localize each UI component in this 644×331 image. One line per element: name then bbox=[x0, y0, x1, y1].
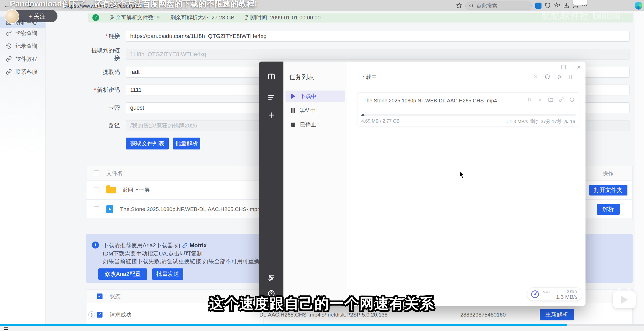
window-minimize-button[interactable]: ─ bbox=[545, 65, 549, 70]
nav-waiting[interactable]: 等待中 bbox=[286, 105, 345, 116]
sidebar-item-software-tutorial[interactable]: 软件教程 bbox=[0, 53, 46, 65]
nav-downloading[interactable]: 下载中 bbox=[286, 91, 345, 102]
browser-logo-icon[interactable] bbox=[635, 2, 642, 10]
delete-task-icon[interactable] bbox=[538, 97, 543, 102]
copy-link-icon[interactable] bbox=[559, 97, 564, 102]
mouse-cursor bbox=[459, 171, 465, 179]
hamburger-icon[interactable]: ☰ bbox=[4, 327, 10, 331]
task-progress-text: 4.69 MB / 2.77 GB bbox=[361, 118, 400, 125]
nav-label: 等待中 bbox=[299, 107, 316, 114]
link-input[interactable] bbox=[126, 31, 630, 42]
motrix-link[interactable]: Motrix bbox=[189, 242, 207, 249]
upload-speed: 0 KB/s bbox=[567, 289, 577, 294]
row-checkbox[interactable] bbox=[94, 187, 99, 193]
add-task-icon[interactable] bbox=[259, 111, 283, 119]
bottom-strip: ☰ bbox=[0, 326, 644, 331]
open-folder-icon[interactable] bbox=[548, 97, 553, 102]
pause-task-icon[interactable] bbox=[527, 97, 532, 102]
task-info-icon[interactable] bbox=[569, 97, 574, 102]
history-icon bbox=[6, 43, 12, 49]
sidebar-item-label: 记录查询 bbox=[16, 42, 37, 50]
task-list-icon[interactable] bbox=[259, 93, 283, 101]
screen: ← ⟳ ⌑ https://www.innibd.site/user/parse… bbox=[0, 0, 644, 331]
field-label: 卡密 bbox=[86, 104, 120, 112]
panel-title: 下载中 bbox=[361, 73, 377, 81]
sidebar: 解析中心 卡密查询 记录查询 软件教程 联系客服 bbox=[0, 11, 46, 331]
video-subtitle: 这个速度跟自己的一个网速有关系 bbox=[0, 294, 644, 313]
sidebar-item-card-query[interactable]: 卡密查询 bbox=[0, 27, 46, 39]
nav-label: 已停止 bbox=[300, 121, 316, 128]
success-check-icon: ✓ bbox=[92, 14, 99, 21]
video-title-overlay: Pandownload倒下了，还有这个方法百度网盘的下载的不限速的教程! bbox=[10, 0, 257, 9]
sidebar-item-contact-support[interactable]: 联系客服 bbox=[0, 66, 46, 78]
get-file-list-button[interactable]: 获取文件列表 bbox=[126, 138, 169, 149]
delete-task-icon[interactable] bbox=[533, 74, 538, 80]
window-maximize-button[interactable]: ❐ bbox=[561, 65, 566, 70]
downloads-icon[interactable] bbox=[563, 2, 569, 9]
video-progress-fill bbox=[0, 324, 567, 326]
field-label: 提取到的链接 bbox=[86, 47, 120, 62]
download-task-card[interactable]: The.Stone.2025.1080p.NF.WEB-DL.AAC.H265.… bbox=[357, 92, 579, 126]
task-progress-fill bbox=[361, 114, 364, 116]
favorite-star-icon[interactable] bbox=[456, 2, 462, 9]
task-speed: ↓ 1.3 MB/s bbox=[506, 119, 528, 124]
play-icon bbox=[291, 94, 295, 99]
search-input[interactable] bbox=[477, 3, 521, 9]
motrix-task-nav: 任务列表 下载中 等待中 已停止 bbox=[283, 62, 347, 306]
uploader-watermark: 忆忆软件社 bilibili bbox=[542, 9, 620, 22]
motrix-rail bbox=[259, 62, 283, 306]
bilibili-logo: bilibili bbox=[592, 10, 620, 22]
parse-button[interactable]: 解析 bbox=[597, 204, 620, 215]
shield-icon[interactable] bbox=[545, 2, 551, 9]
uploader-overlay: + 关注 bbox=[5, 9, 62, 25]
pause-all-icon[interactable] bbox=[568, 74, 574, 80]
tip-line1: 下载请推荐使用Aria2下载器,如 bbox=[103, 242, 180, 249]
required-mark: * bbox=[94, 87, 96, 93]
nav-stopped[interactable]: 已停止 bbox=[286, 119, 345, 130]
extracted-link-input bbox=[126, 49, 630, 60]
favorites-list-icon[interactable] bbox=[554, 2, 560, 9]
quota-files: 剩余可解析文件数: 9 bbox=[110, 14, 159, 21]
sidebar-item-label: 软件教程 bbox=[16, 55, 37, 63]
key-icon bbox=[6, 30, 12, 36]
motrix-window: 任务列表 下载中 等待中 已停止 ─ ❐ ✕ 下载中 The.Stone.202… bbox=[259, 62, 586, 306]
refresh-icon[interactable] bbox=[545, 74, 550, 80]
window-close-button[interactable]: ✕ bbox=[577, 65, 581, 70]
folder-icon bbox=[106, 187, 116, 193]
resume-all-icon[interactable] bbox=[557, 74, 562, 80]
info-icon: i bbox=[92, 242, 99, 249]
extension-icon[interactable] bbox=[535, 3, 541, 9]
stop-icon bbox=[291, 123, 295, 127]
task-filename: The.Stone.2025.1080p.NF.WEB-DL.AAC.H265.… bbox=[363, 98, 497, 104]
batch-send-button[interactable]: 批量发送 bbox=[152, 268, 183, 280]
nav-label: 下载中 bbox=[300, 93, 316, 100]
video-file-icon bbox=[106, 205, 113, 213]
open-folder-button[interactable]: 打开文件夹 bbox=[589, 185, 627, 195]
task-peers: 16 bbox=[570, 119, 575, 124]
preferences-icon[interactable] bbox=[259, 274, 283, 281]
sidebar-item-record-query[interactable]: 记录查询 bbox=[0, 40, 46, 52]
search-icon bbox=[469, 3, 474, 8]
field-label: *解析密码 bbox=[86, 86, 120, 94]
file-name[interactable]: The.Stone.2025.1080p.NF.WEB-DL.AAC.H265.… bbox=[120, 206, 260, 212]
sidebar-item-label: 联系客服 bbox=[16, 68, 37, 76]
column-header-action: 操作 bbox=[584, 166, 632, 180]
back-icon[interactable]: ← bbox=[4, 2, 10, 8]
follow-label: + 关注 bbox=[28, 12, 46, 20]
video-progress-track[interactable] bbox=[0, 324, 644, 326]
file-name[interactable]: 返回上一层 bbox=[122, 186, 150, 194]
modify-aria2-button[interactable]: 修改Aria2配置 bbox=[98, 268, 147, 280]
scrollbar-track[interactable] bbox=[635, 11, 644, 331]
task-progress-bar bbox=[361, 114, 576, 116]
field-label: 路径 bbox=[86, 122, 120, 130]
uploader-avatar[interactable] bbox=[5, 9, 19, 24]
row-checkbox[interactable] bbox=[94, 206, 99, 212]
field-label: *链接 bbox=[86, 32, 120, 40]
speed-max-label: MAX bbox=[543, 290, 551, 294]
task-nav-title: 任务列表 bbox=[289, 73, 314, 81]
quick-search[interactable] bbox=[465, 2, 532, 10]
tip-line2[interactable]: IDM下载需要手动指定UA,点击即可复制 bbox=[103, 250, 202, 258]
batch-parse-button[interactable]: 批量解析 bbox=[173, 138, 200, 149]
motrix-logo-icon bbox=[259, 72, 283, 81]
select-all-checkbox[interactable] bbox=[94, 170, 99, 176]
